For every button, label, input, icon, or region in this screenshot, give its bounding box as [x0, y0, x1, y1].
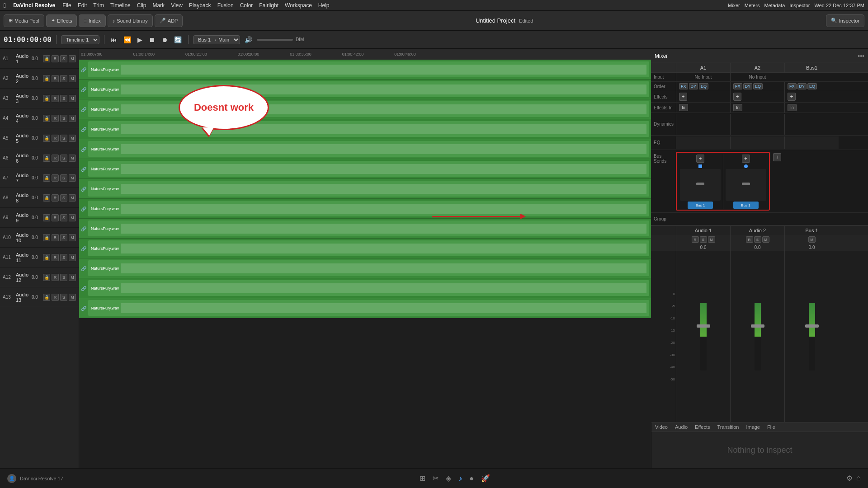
a1-effects-in-btn[interactable]: In — [679, 104, 688, 111]
audio-clip-11[interactable]: NatursFury.wav — [88, 260, 649, 276]
track-row-a7[interactable]: A7 Audio 7 0.0 🔒 R S M — [0, 168, 79, 188]
bus1-add-effect-btn[interactable]: + — [788, 93, 796, 101]
timeline-track-2[interactable]: 🔗NatursFury.wav — [79, 80, 651, 99]
track-lock-a10[interactable]: 🔒 — [43, 234, 50, 241]
a2-r-btn[interactable]: R — [746, 236, 753, 243]
track-r-a6[interactable]: R — [52, 155, 59, 162]
a1-send-fader[interactable] — [696, 183, 704, 185]
a2-bus-output-btn[interactable]: Bus 1 — [733, 202, 759, 209]
audio-clip-6[interactable]: NatursFury.wav — [88, 161, 649, 177]
track-m-a11[interactable]: M — [69, 254, 76, 261]
dim-label[interactable]: DIM — [296, 37, 304, 42]
track-m-a7[interactable]: M — [69, 174, 76, 182]
bus-selector[interactable]: Bus 1 → Main — [193, 35, 240, 44]
track-s-a9[interactable]: S — [60, 214, 67, 221]
tab-video[interactable]: Video — [655, 424, 668, 430]
track-s-a5[interactable]: S — [60, 135, 67, 142]
a1-send-add-btn[interactable]: + — [696, 155, 704, 163]
inspector-toggle-btn[interactable]: 🔍 Inspector — [826, 14, 864, 27]
bottom-edit-icon[interactable]: ◈ — [446, 474, 451, 483]
track-row-a11[interactable]: A11 Audio 11 0.0 🔒 R S M — [0, 248, 79, 267]
track-m-a10[interactable]: M — [69, 234, 76, 241]
track-row-a9[interactable]: A9 Audio 9 0.0 🔒 R S M — [0, 208, 79, 228]
stop-btn[interactable]: ⏹ — [147, 35, 157, 44]
ch-a2-input[interactable]: No Input — [730, 73, 784, 81]
a2-fx-btn[interactable]: FX — [733, 83, 742, 89]
track-s-a8[interactable]: S — [60, 194, 67, 202]
track-lock-a3[interactable]: 🔒 — [43, 95, 50, 102]
track-row-a2[interactable]: A2 Audio 2 0.0 🔒 R S M — [0, 69, 79, 89]
tab-image[interactable]: Image — [746, 424, 760, 430]
track-r-a7[interactable]: R — [52, 174, 59, 182]
timeline-track-11[interactable]: 🔗NatursFury.wav — [79, 258, 651, 278]
menu-timeline[interactable]: Timeline — [110, 2, 131, 9]
media-pool-btn[interactable]: ⊞ Media Pool — [4, 14, 44, 27]
track-r-a5[interactable]: R — [52, 135, 59, 142]
a2-s-btn[interactable]: S — [754, 236, 761, 243]
timeline-track-3[interactable]: 🔗NatursFury.wav — [79, 99, 651, 119]
timeline-track-10[interactable]: 🔗NatursFury.wav — [79, 239, 651, 258]
track-row-a12[interactable]: A12 Audio 12 0.0 🔒 R S M — [0, 267, 79, 287]
track-m-a4[interactable]: M — [69, 115, 76, 122]
volume-slider[interactable] — [257, 39, 293, 41]
track-lock-a13[interactable]: 🔒 — [43, 294, 50, 301]
track-row-a10[interactable]: A10 Audio 10 0.0 🔒 R S M — [0, 228, 79, 248]
home-icon[interactable]: ⌂ — [856, 474, 861, 483]
adp-btn[interactable]: 🎤 ADP — [155, 14, 183, 27]
track-s-a11[interactable]: S — [60, 254, 67, 261]
mixer-label[interactable]: Mixer — [728, 3, 740, 8]
bus1-m-btn[interactable]: M — [808, 236, 816, 243]
track-lock-a12[interactable]: 🔒 — [43, 274, 50, 281]
track-s-a2[interactable]: S — [60, 75, 67, 82]
ch-a2-dynamics[interactable] — [730, 114, 784, 135]
a2-dy-btn[interactable]: DY — [743, 83, 753, 89]
metadata-label[interactable]: Metadata — [764, 3, 785, 8]
track-row-a3[interactable]: A3 Audio 3 0.0 🔒 R S M — [0, 89, 79, 108]
bottom-media-icon[interactable]: ⊞ — [420, 474, 425, 483]
settings-icon[interactable]: ⚙ — [846, 474, 853, 483]
menu-trim[interactable]: Trim — [93, 2, 104, 9]
a2-send-fader[interactable] — [742, 183, 750, 185]
go-start-btn[interactable]: ⏮ — [109, 35, 119, 44]
track-m-a12[interactable]: M — [69, 274, 76, 281]
track-r-a4[interactable]: R — [52, 115, 59, 122]
track-s-a7[interactable]: S — [60, 174, 67, 182]
audio-clip-8[interactable]: NatursFury.wav — [88, 201, 649, 216]
audio-clip-12[interactable]: NatursFury.wav — [88, 280, 649, 296]
ch-a1-dynamics[interactable] — [676, 114, 730, 135]
track-r-a11[interactable]: R — [52, 254, 59, 261]
track-row-a8[interactable]: A8 Audio 8 0.0 🔒 R S M — [0, 188, 79, 208]
track-m-a8[interactable]: M — [69, 194, 76, 202]
timeline-track-8[interactable]: 🔗NatursFury.wav — [79, 199, 651, 219]
ch-a1-eq[interactable] — [676, 136, 730, 149]
a2-send-fader-area[interactable] — [726, 169, 766, 201]
track-s-a12[interactable]: S — [60, 274, 67, 281]
track-s-a13[interactable]: S — [60, 294, 67, 301]
ch-bus1-fader-handle[interactable] — [805, 324, 819, 328]
track-s-a3[interactable]: S — [60, 95, 67, 102]
audio-clip-5[interactable]: NatursFury.wav — [88, 141, 649, 157]
tab-file[interactable]: File — [767, 424, 775, 430]
menu-edit[interactable]: Edit — [78, 2, 87, 9]
step-back-btn[interactable]: ⏪ — [122, 35, 133, 44]
mixer-menu-btn[interactable]: ••• — [858, 52, 864, 60]
loop-btn[interactable]: 🔄 — [172, 35, 184, 44]
play-btn[interactable]: ▶ — [136, 35, 144, 44]
track-s-a4[interactable]: S — [60, 115, 67, 122]
a2-m-btn[interactable]: M — [762, 236, 769, 243]
track-s-a1[interactable]: S — [60, 55, 67, 62]
menu-clip[interactable]: Clip — [137, 2, 146, 9]
menu-fusion[interactable]: Fusion — [217, 2, 234, 9]
track-r-a13[interactable]: R — [52, 294, 59, 301]
track-lock-a4[interactable]: 🔒 — [43, 115, 50, 122]
timeline-track-6[interactable]: 🔗NatursFury.wav — [79, 159, 651, 179]
ch-a1-input[interactable]: No Input — [676, 73, 730, 81]
track-s-a6[interactable]: S — [60, 155, 67, 162]
track-r-a8[interactable]: R — [52, 194, 59, 202]
track-r-a9[interactable]: R — [52, 214, 59, 221]
a2-eq-btn[interactable]: EQ — [753, 83, 763, 89]
audio-clip-13[interactable]: NatursFury.wav — [88, 300, 649, 316]
a2-send-add-btn[interactable]: + — [742, 155, 750, 163]
timeline-selector[interactable]: Timeline 1 — [61, 35, 99, 44]
ch-a1-fader-area[interactable] — [676, 251, 730, 422]
